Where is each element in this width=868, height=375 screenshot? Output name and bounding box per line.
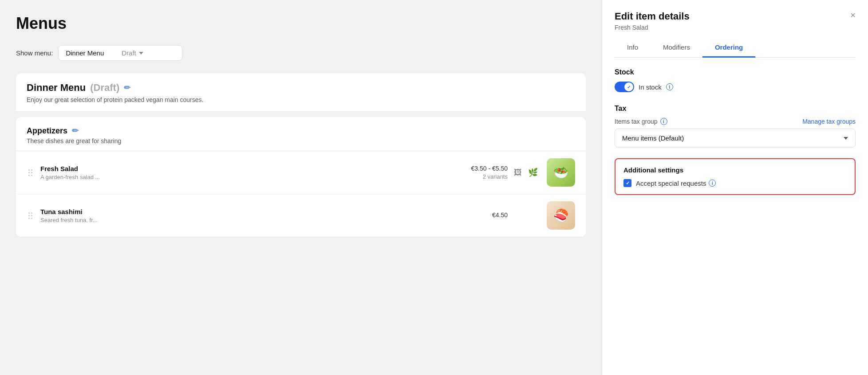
page-title: Menus	[16, 14, 586, 33]
tax-info-icon[interactable]: i	[660, 118, 667, 125]
item-info: Tuna sashimi Seared fresh tuna, fr...	[40, 208, 448, 223]
item-info: Fresh Salad A garden-fresh salad ...	[40, 165, 448, 180]
toggle-check-icon: ✓	[627, 85, 631, 90]
additional-settings-box: Additional settings ✓ Accept special req…	[615, 158, 856, 195]
item-variants: 2 variants	[454, 173, 508, 180]
checkbox-check-icon: ✓	[626, 180, 630, 186]
section-title: Appetizers ✏	[27, 126, 575, 136]
leaf-icon[interactable]: 🌿	[528, 168, 538, 177]
item-image-sashimi: 🍣	[547, 201, 575, 230]
left-panel: Menus Show menu: Dinner Menu Draft Dinne…	[0, 0, 602, 375]
stock-label: In stock	[639, 83, 662, 91]
item-price: €4.50	[454, 211, 508, 219]
right-panel: Edit item details × Fresh Salad Info Mod…	[602, 0, 868, 375]
item-pricing: €3.50 - €5.50 2 variants	[454, 165, 508, 180]
edit-menu-icon[interactable]: ✏	[124, 83, 130, 93]
edit-section-icon[interactable]: ✏	[72, 126, 79, 136]
menu-description: Enjoy our great selection of protein pac…	[27, 96, 575, 103]
item-price: €3.50 - €5.50	[454, 165, 508, 172]
menu-header-title: Dinner Menu (Draft) ✏	[27, 82, 575, 94]
special-requests-info-icon[interactable]: i	[709, 180, 716, 187]
manage-tax-groups-link[interactable]: Manage tax groups	[802, 118, 856, 125]
item-name: Fresh Salad	[40, 165, 448, 172]
divider	[16, 111, 586, 112]
menu-selector-name: Dinner Menu	[66, 49, 104, 57]
item-icons: 🖼 🌿	[514, 168, 541, 177]
tax-group-dropdown[interactable]: Menu items (Default)	[615, 129, 856, 148]
stock-row: ✓ In stock i	[615, 82, 856, 92]
drag-handle[interactable]	[27, 211, 34, 221]
tax-section: Tax Items tax group i Manage tax groups …	[615, 105, 856, 148]
section-desc: These dishes are great for sharing	[27, 137, 575, 145]
drag-handle[interactable]	[27, 168, 34, 178]
item-name: Tuna sashimi	[40, 208, 448, 215]
no-image-icon[interactable]: 🖼	[514, 168, 522, 177]
dropdown-value: Menu items (Default)	[622, 134, 684, 142]
toggle-knob: ✓	[624, 82, 633, 91]
item-image-salad: 🥗	[547, 158, 575, 187]
panel-header: Edit item details × Fresh Salad Info Mod…	[602, 0, 868, 58]
panel-subtitle: Fresh Salad	[615, 24, 856, 31]
close-button[interactable]: ×	[850, 11, 856, 20]
menu-item-row: Tuna sashimi Seared fresh tuna, fr... €4…	[16, 194, 586, 237]
additional-settings-title: Additional settings	[623, 166, 847, 174]
tax-section-label: Tax	[615, 105, 856, 113]
menu-item-row: Fresh Salad A garden-fresh salad ... €3.…	[16, 151, 586, 194]
dropdown-chevron-icon	[844, 137, 848, 140]
panel-header-top: Edit item details ×	[615, 11, 856, 22]
accept-special-requests-label: Accept special requests i	[636, 180, 716, 187]
tab-ordering[interactable]: Ordering	[702, 38, 755, 58]
item-desc: Seared fresh tuna, fr...	[40, 217, 448, 223]
item-pricing: €4.50	[454, 211, 508, 220]
chevron-down-icon	[139, 52, 143, 55]
section-card: Appetizers ✏ These dishes are great for …	[16, 117, 586, 237]
item-desc: A garden-fresh salad ...	[40, 174, 448, 180]
draft-status: (Draft)	[90, 82, 119, 94]
tab-modifiers[interactable]: Modifiers	[651, 38, 702, 58]
menu-header: Dinner Menu (Draft) ✏ Enjoy our great se…	[16, 73, 586, 111]
accept-special-requests-checkbox[interactable]: ✓	[623, 179, 631, 187]
stock-toggle[interactable]: ✓	[615, 82, 634, 92]
section-header: Appetizers ✏ These dishes are great for …	[16, 117, 586, 151]
tabs: Info Modifiers Ordering	[615, 38, 856, 58]
stock-info-icon[interactable]: i	[666, 83, 673, 90]
tax-sub-label: Items tax group i	[615, 118, 667, 125]
show-menu-label: Show menu:	[16, 49, 53, 57]
stock-section-label: Stock	[615, 68, 856, 76]
accept-special-requests-row: ✓ Accept special requests i	[623, 179, 847, 187]
tab-info[interactable]: Info	[615, 38, 651, 58]
tax-header-row: Items tax group i Manage tax groups	[615, 118, 856, 125]
panel-title: Edit item details	[615, 11, 690, 22]
menu-selector[interactable]: Dinner Menu Draft	[58, 45, 182, 61]
menu-selector-status: Draft	[122, 49, 143, 57]
panel-body: Stock ✓ In stock i Tax Items tax group i…	[602, 58, 868, 375]
show-menu-row: Show menu: Dinner Menu Draft	[16, 45, 586, 61]
